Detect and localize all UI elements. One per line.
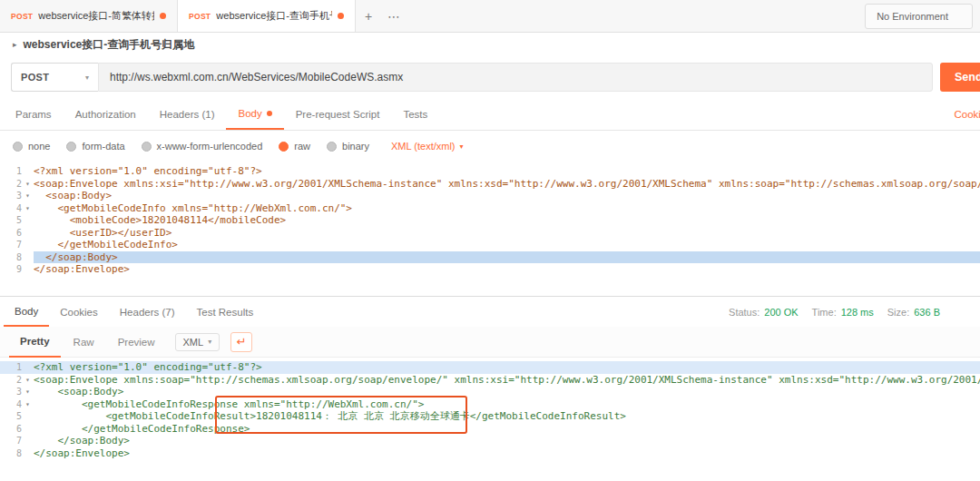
tab-body-label: Body (238, 108, 261, 119)
code-line: 1<?xml version="1.0" encoding="utf-8"?> (0, 165, 980, 178)
code-line: 6 <userID></userID> (0, 227, 980, 240)
status-label: Status: (729, 307, 760, 318)
tab-prerequest-script[interactable]: Pre-request Script (284, 98, 392, 130)
response-tabs: Body Cookies Headers (7) Test Results St… (0, 296, 980, 327)
request-tabs: Params Authorization Headers (1) Body Pr… (0, 98, 980, 131)
request-title-row: ▸ webservice接口-查询手机号归属地 (0, 33, 980, 56)
request-body-editor[interactable]: 1<?xml version="1.0" encoding="utf-8"?> … (0, 162, 980, 296)
time-value: 128 ms (841, 307, 874, 318)
tab-tests[interactable]: Tests (391, 98, 439, 130)
code-line: 2▾<soap:Envelope xmlns:soap="http://sche… (0, 374, 980, 387)
radio-icon (66, 142, 76, 152)
response-tab-headers[interactable]: Headers (7) (109, 297, 186, 327)
response-tab-body[interactable]: Body (4, 297, 49, 327)
response-body-viewer[interactable]: 1<?xml version="1.0" encoding="utf-8"?> … (0, 358, 980, 481)
tab-bar: POST webservice接口-简繁体转换 POST webservice接… (0, 0, 980, 33)
response-tab-test-results[interactable]: Test Results (186, 297, 265, 327)
code-line: 5 <mobileCode>18201048114</mobileCode> (0, 214, 980, 227)
size-label: Size: (887, 307, 909, 318)
fold-indicator (22, 165, 34, 178)
fold-indicator (22, 361, 34, 374)
code-line: 8 </soap:Body> (0, 251, 980, 264)
fold-arrow-icon[interactable]: ▾ (22, 202, 34, 215)
environment-selector[interactable]: No Environment (865, 4, 973, 29)
radio-icon (13, 142, 23, 152)
code-line: 4▾ <getMobileCodeInfo xmlns="http://WebX… (0, 202, 980, 215)
tab-title: webservice接口-查询手机号归属 (216, 9, 332, 23)
radio-icon (327, 142, 337, 152)
content-type-select[interactable]: XML (text/xml) ▾ (391, 141, 464, 152)
code-line: 8</soap:Envelope> (0, 447, 980, 460)
size-value: 636 B (914, 307, 940, 318)
url-row: POST ▾ http://ws.webxml.com.cn/WebServic… (0, 56, 980, 98)
fold-arrow-icon[interactable]: ▾ (22, 386, 34, 398)
radio-icon (142, 142, 152, 152)
fold-indicator (22, 227, 34, 240)
code-line: 4▾ <getMobileCodeInfoResponse xmlns="htt… (0, 398, 980, 411)
fold-indicator (22, 447, 34, 460)
mode-none[interactable]: none (13, 141, 50, 152)
new-tab-button[interactable]: + (356, 0, 381, 32)
body-mode-row: none form-data x-www-form-urlencoded raw… (0, 131, 980, 162)
content-type-value: XML (text/xml) (391, 141, 456, 152)
code-line: 3▾ <soap:Body> (0, 386, 980, 398)
format-value: XML (183, 337, 204, 348)
mode-raw[interactable]: raw (279, 141, 310, 152)
chevron-down-icon: ▾ (85, 74, 89, 82)
view-pretty[interactable]: Pretty (9, 327, 61, 358)
fold-indicator (22, 239, 34, 251)
mode-x-www-form-urlencoded[interactable]: x-www-form-urlencoded (142, 141, 263, 152)
fold-arrow-icon[interactable]: ▾ (22, 374, 34, 387)
fold-indicator (22, 435, 34, 447)
response-format-select[interactable]: XML ▾ (175, 333, 220, 351)
tab-body[interactable]: Body (226, 98, 283, 130)
chevron-down-icon: ▾ (460, 142, 464, 151)
method-badge: POST (189, 12, 211, 21)
tab-params[interactable]: Params (4, 98, 64, 130)
fold-indicator (22, 214, 34, 227)
fold-arrow-icon[interactable]: ▾ (22, 178, 34, 191)
response-meta: Status: 200 OK Time: 128 ms Size: 636 B (729, 297, 949, 328)
collapse-arrow-icon[interactable]: ▸ (13, 40, 17, 49)
code-line: 7 </soap:Body> (0, 435, 980, 447)
send-button[interactable]: Send (940, 63, 980, 92)
fold-arrow-icon[interactable]: ▾ (22, 398, 34, 411)
tab-title: webservice接口-简繁体转换 (38, 9, 154, 23)
fold-indicator (22, 423, 34, 436)
request-title: webservice接口-查询手机号归属地 (24, 37, 195, 53)
mode-form-data[interactable]: form-data (66, 141, 124, 152)
unsaved-dot-icon (338, 13, 344, 19)
wrap-text-icon[interactable]: ↵ (230, 332, 252, 352)
postman-window: POST webservice接口-简繁体转换 POST webservice接… (0, 0, 980, 481)
request-tab-2[interactable]: POST webservice接口-查询手机号归属 (178, 0, 356, 32)
method-value: POST (21, 72, 49, 83)
cookies-link[interactable]: Cookies (954, 98, 980, 131)
body-content-dot-icon (267, 111, 272, 116)
url-input[interactable]: http://ws.webxml.com.cn/WebServices/Mobi… (98, 63, 933, 92)
chevron-down-icon: ▾ (208, 338, 211, 346)
tab-authorization[interactable]: Authorization (64, 98, 148, 130)
code-line: 2▾<soap:Envelope xmlns:xsi="http://www.w… (0, 178, 980, 191)
response-tab-cookies[interactable]: Cookies (49, 297, 109, 327)
response-view-toolbar: Pretty Raw Preview XML ▾ ↵ (0, 327, 980, 358)
view-raw[interactable]: Raw (63, 328, 105, 357)
more-tabs-button[interactable]: ⋯ (381, 0, 407, 32)
mode-binary[interactable]: binary (327, 141, 369, 152)
fold-indicator (22, 251, 34, 264)
method-badge: POST (11, 12, 33, 21)
method-select[interactable]: POST ▾ (11, 63, 98, 92)
code-line: 7 </getMobileCodeInfo> (0, 239, 980, 251)
time-label: Time: (812, 307, 837, 318)
code-line: 5 <getMobileCodeInfoResult>18201048114： … (0, 410, 980, 423)
view-preview[interactable]: Preview (107, 328, 166, 357)
fold-arrow-icon[interactable]: ▾ (22, 190, 34, 202)
fold-indicator (22, 410, 34, 423)
code-line: 1<?xml version="1.0" encoding="utf-8"?> (0, 361, 980, 374)
request-tab-1[interactable]: POST webservice接口-简繁体转换 (0, 0, 178, 32)
status-value: 200 OK (764, 307, 798, 318)
unsaved-dot-icon (160, 13, 166, 19)
fold-indicator (22, 263, 34, 276)
code-line: 9</soap:Envelope> (0, 263, 980, 276)
code-line: 3▾ <soap:Body> (0, 190, 980, 202)
tab-headers[interactable]: Headers (1) (148, 98, 227, 130)
